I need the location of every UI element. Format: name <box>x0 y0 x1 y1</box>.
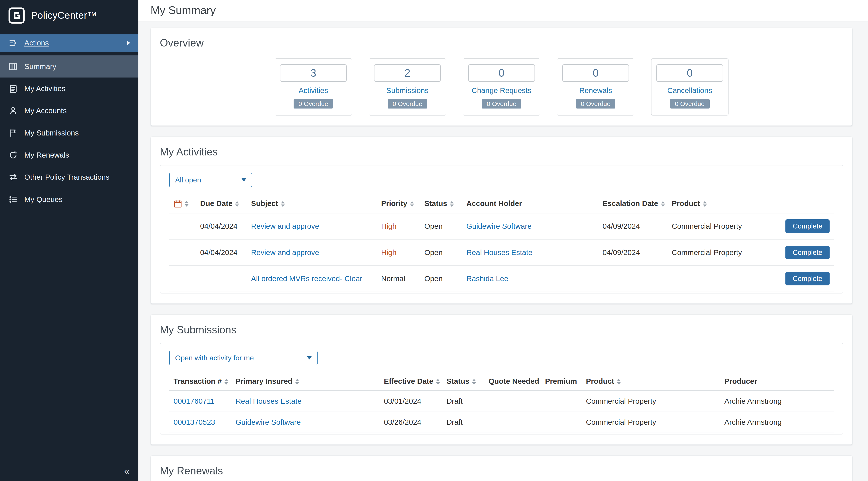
status-value: Open <box>420 266 462 292</box>
my-activities-card: My Activities All open <box>151 137 852 304</box>
stat-label: Change Requests <box>468 86 535 95</box>
premium-cell <box>541 412 582 433</box>
escalation-date-cell <box>598 266 668 292</box>
transaction-link[interactable]: 0001370523 <box>174 418 215 426</box>
sidebar-item-my-submissions[interactable]: My Submissions <box>0 122 138 144</box>
sort-icon <box>472 379 476 385</box>
col-subject[interactable]: Subject <box>247 194 377 213</box>
brand: PolicyCenter™ <box>0 0 138 31</box>
complete-button[interactable]: Complete <box>785 272 829 285</box>
stat-cancellations[interactable]: 0 Cancellations 0 Overdue <box>651 58 728 116</box>
primary-insured-link[interactable]: Real Houses Estate <box>236 397 302 405</box>
table-row: 04/04/2024 Review and approve High Open … <box>169 213 834 239</box>
stat-submissions[interactable]: 2 Submissions 0 Overdue <box>369 58 446 116</box>
sidebar-item-actions[interactable]: Actions <box>0 34 138 52</box>
sidebar-item-other-policy-transactions[interactable]: Other Policy Transactions <box>0 166 138 188</box>
activities-filter-dropdown[interactable]: All open <box>169 173 252 187</box>
collapse-chevrons-icon: « <box>124 465 129 477</box>
col-account-holder[interactable]: Account Holder <box>462 194 598 213</box>
sidebar-nav: Actions Summary My Activities My Accou <box>0 34 138 210</box>
submissions-filter-dropdown[interactable]: Open with activity for me <box>169 351 317 365</box>
col-escalation-date[interactable]: Escalation Date <box>598 194 668 213</box>
complete-button[interactable]: Complete <box>785 246 829 259</box>
overdue-badge: 0 Overdue <box>388 99 427 108</box>
app-title: PolicyCenter™ <box>31 10 97 21</box>
product-cell: Commercial Property <box>582 412 720 433</box>
sort-icon <box>295 379 299 385</box>
sidebar-item-my-accounts[interactable]: My Accounts <box>0 99 138 122</box>
effective-date-cell: 03/01/2024 <box>379 391 442 412</box>
my-activities-panel: All open Due Date Subject <box>160 165 843 294</box>
subject-link[interactable]: Review and approve <box>251 222 319 230</box>
stat-value: 2 <box>374 64 441 82</box>
guidewire-logo-icon <box>8 7 25 24</box>
sort-icon <box>450 201 454 207</box>
col-status[interactable]: Status <box>420 194 462 213</box>
page-title: My Summary <box>151 4 856 17</box>
sidebar-item-summary[interactable]: Summary <box>0 55 138 78</box>
my-submissions-title: My Submissions <box>160 324 843 336</box>
premium-cell <box>541 391 582 412</box>
sort-icon <box>703 201 707 207</box>
col-product[interactable]: Product <box>668 194 766 213</box>
col-due-date-icon[interactable] <box>169 194 196 213</box>
page-header: My Summary <box>138 0 868 22</box>
stat-renewals[interactable]: 0 Renewals 0 Overdue <box>557 58 634 116</box>
flag-icon <box>8 128 18 138</box>
sort-icon <box>235 201 239 207</box>
sort-icon <box>617 379 621 385</box>
col-effective-date[interactable]: Effective Date <box>379 372 442 391</box>
submissions-filter-value: Open with activity for me <box>175 354 254 362</box>
col-producer: Producer <box>720 372 834 391</box>
my-submissions-panel: Open with activity for me Transaction # … <box>160 343 843 434</box>
stat-label: Submissions <box>374 86 441 95</box>
sidebar-item-my-queues[interactable]: My Queues <box>0 188 138 210</box>
sidebar-item-my-renewals[interactable]: My Renewals <box>0 144 138 166</box>
stat-value: 0 <box>656 64 723 82</box>
sort-icon <box>185 201 188 207</box>
sort-icon <box>661 201 665 207</box>
subject-link[interactable]: Review and approve <box>251 248 319 257</box>
effective-date-cell: 03/26/2024 <box>379 412 442 433</box>
summary-icon <box>8 62 18 71</box>
account-holder-link[interactable]: Guidewire Software <box>466 222 531 230</box>
escalation-date-cell: 04/09/2024 <box>598 239 668 266</box>
priority-value: High <box>381 222 397 230</box>
transfer-arrows-icon <box>8 173 18 182</box>
producer-cell: Archie Armstrong <box>720 391 834 412</box>
submissions-table: Transaction # Primary Insured Effective … <box>169 372 834 433</box>
col-status[interactable]: Status <box>442 372 484 391</box>
product-cell: Commercial Property <box>582 391 720 412</box>
col-action <box>766 194 834 213</box>
due-date-cell: 04/04/2024 <box>196 213 247 239</box>
account-holder-link[interactable]: Real Houses Estate <box>466 248 532 257</box>
sidebar: PolicyCenter™ Actions Summary My Ac <box>0 0 138 481</box>
col-priority[interactable]: Priority <box>377 194 420 213</box>
col-transaction[interactable]: Transaction # <box>169 372 231 391</box>
sidebar-item-my-activities[interactable]: My Activities <box>0 78 138 99</box>
table-row: 0001760711 Real Houses Estate 03/01/2024… <box>169 391 834 412</box>
due-date-cell: 04/04/2024 <box>196 239 247 266</box>
collapse-sidebar-button[interactable]: « <box>121 463 133 479</box>
account-holder-link[interactable]: Rashida Lee <box>466 274 508 283</box>
stat-change-requests[interactable]: 0 Change Requests 0 Overdue <box>463 58 540 116</box>
sort-icon <box>224 379 228 385</box>
col-quote-needed: Quote Needed <box>484 372 541 391</box>
subject-link[interactable]: All ordered MVRs received- Clear <box>251 274 362 283</box>
complete-button[interactable]: Complete <box>785 219 829 233</box>
status-value: Open <box>420 239 462 266</box>
sort-icon <box>436 379 440 385</box>
overdue-badge: 0 Overdue <box>482 99 521 108</box>
activities-filter-value: All open <box>175 176 201 184</box>
transaction-link[interactable]: 0001760711 <box>174 397 215 405</box>
col-primary-insured[interactable]: Primary Insured <box>231 372 379 391</box>
primary-insured-link[interactable]: Guidewire Software <box>236 418 301 426</box>
content-scroll-area[interactable]: Overview 3 Activities 0 Overdue 2 Submis… <box>138 22 868 481</box>
stat-label: Activities <box>280 86 347 95</box>
person-icon <box>8 106 18 115</box>
stat-activities[interactable]: 3 Activities 0 Overdue <box>275 58 352 116</box>
col-product[interactable]: Product <box>582 372 720 391</box>
status-cell: Draft <box>442 412 484 433</box>
table-row: 04/04/2024 Review and approve High Open … <box>169 239 834 266</box>
col-due-date[interactable]: Due Date <box>196 194 247 213</box>
